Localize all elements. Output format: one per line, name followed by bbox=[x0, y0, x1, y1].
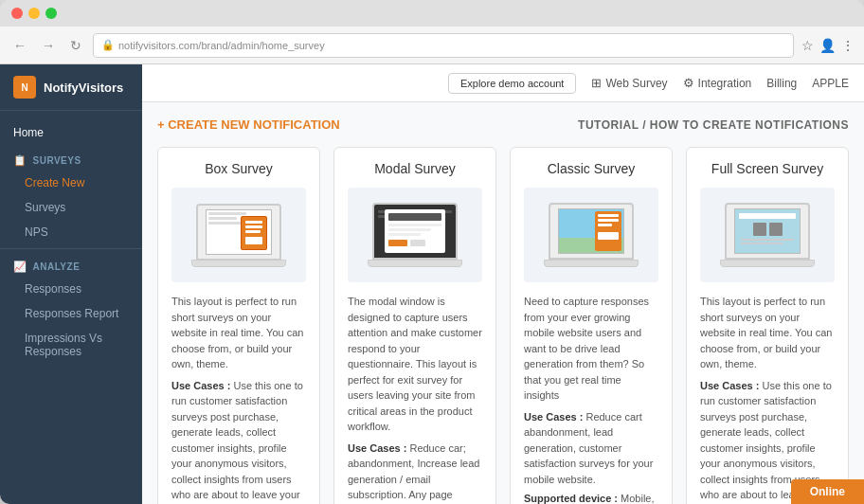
sidebar-item-home[interactable]: Home bbox=[0, 118, 142, 147]
use-cases-label-classic: Use Cases : bbox=[524, 411, 583, 423]
secure-icon: 🔒 bbox=[101, 39, 115, 51]
surveys-section-label: SURVEYS bbox=[33, 155, 81, 166]
surveys-label: Surveys bbox=[25, 201, 65, 214]
content-header: + CREATE NEW NOTIFICATION TUTORIAL / HOW… bbox=[157, 117, 849, 132]
survey-box bbox=[241, 216, 267, 250]
box-survey-card[interactable]: Box Survey bbox=[157, 147, 320, 504]
modal-survey-desc: The modal window is designed to capture … bbox=[348, 294, 482, 435]
use-cases-label: Use Cases : bbox=[171, 380, 230, 391]
sidebar-item-surveys[interactable]: Surveys bbox=[0, 195, 142, 220]
app-layout: N NotifyVisitors Home 📋 SURVEYS Create N… bbox=[0, 64, 864, 504]
sidebar-item-create-new[interactable]: Create New bbox=[0, 171, 142, 195]
address-bar[interactable]: 🔒 notifyvisitors.com/brand/admin/home_su… bbox=[93, 33, 794, 58]
modal-survey-image bbox=[348, 188, 482, 282]
full-screen-survey-desc: This layout is perfect to run short surv… bbox=[700, 294, 835, 372]
top-nav: Explore demo account ⊞ Web Survey ⚙ Inte… bbox=[142, 64, 864, 102]
full-screen-survey-title: Full Screen Survey bbox=[700, 161, 835, 176]
maximize-button[interactable] bbox=[45, 8, 57, 19]
sidebar-item-nps[interactable]: NPS bbox=[0, 220, 142, 244]
sidebar: N NotifyVisitors Home 📋 SURVEYS Create N… bbox=[0, 64, 142, 504]
use-cases-label-fullscreen: Use Cases : bbox=[700, 380, 759, 391]
gear-icon: ⚙ bbox=[683, 76, 694, 90]
survey-cards-grid: Box Survey bbox=[157, 147, 849, 504]
user-label: APPLE bbox=[812, 77, 849, 90]
logo-text: NotifyVisitors bbox=[44, 81, 123, 95]
classic-survey-supported: Supported device : Mobile, Tablet bbox=[524, 493, 658, 504]
box-survey-desc: This layout is perfect to run short surv… bbox=[171, 294, 306, 372]
laptop-body bbox=[196, 204, 281, 261]
classic-survey-image bbox=[524, 188, 658, 282]
minimize-button[interactable] bbox=[28, 8, 40, 19]
grid-icon: ⊞ bbox=[591, 76, 602, 90]
page-content: + CREATE NEW NOTIFICATION TUTORIAL / HOW… bbox=[142, 102, 864, 504]
analyze-section-label: ANALYZE bbox=[33, 261, 81, 272]
refresh-button[interactable]: ↻ bbox=[66, 36, 85, 55]
main-content: Explore demo account ⊞ Web Survey ⚙ Inte… bbox=[142, 64, 864, 504]
sidebar-item-impressions[interactable]: Impressions Vs Responses bbox=[0, 326, 142, 364]
app-window: ← → ↻ 🔒 notifyvisitors.com/brand/admin/h… bbox=[0, 0, 864, 504]
bookmark-icon[interactable]: ☆ bbox=[801, 38, 814, 53]
logo-icon: N bbox=[13, 76, 36, 99]
online-badge: Online bbox=[791, 479, 864, 504]
sidebar-section-analyze[interactable]: 📈 ANALYZE bbox=[0, 253, 142, 277]
box-survey-title: Box Survey bbox=[171, 161, 306, 176]
integration-label: Integration bbox=[698, 77, 752, 90]
web-survey-link[interactable]: ⊞ Web Survey bbox=[591, 76, 667, 90]
url-text: notifyvisitors.com/brand/admin/home_surv… bbox=[118, 40, 325, 51]
classic-survey-card[interactable]: Classic Survey bbox=[510, 147, 673, 504]
home-label: Home bbox=[13, 126, 44, 139]
modal-survey-card[interactable]: Modal Survey bbox=[333, 147, 496, 504]
classic-survey-title: Classic Survey bbox=[524, 161, 658, 176]
analyze-icon: 📈 bbox=[13, 261, 27, 273]
box-survey-use-cases: Use Cases : Use this one to run customer… bbox=[171, 378, 306, 505]
web-survey-label: Web Survey bbox=[605, 77, 667, 90]
logo: N NotifyVisitors bbox=[0, 64, 142, 111]
supported-label-classic: Supported device : bbox=[524, 493, 618, 504]
laptop-base bbox=[191, 260, 286, 267]
tutorial-link[interactable]: TUTORIAL / HOW TO CREATE NOTIFICATIONS bbox=[578, 118, 849, 132]
full-screen-survey-image bbox=[700, 188, 835, 282]
user-link[interactable]: APPLE bbox=[812, 77, 849, 90]
responses-report-label: Responses Report bbox=[25, 307, 118, 320]
sidebar-nav: Home 📋 SURVEYS Create New Surveys NPS 📈 bbox=[0, 111, 142, 364]
create-new-label: Create New bbox=[25, 176, 84, 189]
use-cases-label-modal: Use Cases : bbox=[348, 442, 406, 454]
impressions-label: Impressions Vs Responses bbox=[25, 332, 102, 358]
forward-button[interactable]: → bbox=[38, 36, 59, 55]
create-new-notification-button[interactable]: + CREATE NEW NOTIFICATION bbox=[157, 117, 340, 132]
browser-actions: ☆ 👤 ⋮ bbox=[801, 38, 855, 53]
laptop-screen bbox=[206, 209, 272, 255]
surveys-icon: 📋 bbox=[13, 154, 27, 167]
sidebar-divider bbox=[0, 248, 142, 249]
responses-label: Responses bbox=[25, 282, 81, 296]
classic-survey-use-cases: Use Cases : Reduce cart abandonment, lea… bbox=[524, 409, 658, 488]
close-button[interactable] bbox=[11, 8, 23, 19]
integration-link[interactable]: ⚙ Integration bbox=[683, 76, 752, 90]
billing-link[interactable]: Billing bbox=[766, 77, 797, 90]
sidebar-item-responses-report[interactable]: Responses Report bbox=[0, 301, 142, 326]
sidebar-item-responses[interactable]: Responses bbox=[0, 277, 142, 301]
browser-bar: ← → ↻ 🔒 notifyvisitors.com/brand/admin/h… bbox=[0, 27, 864, 64]
explore-demo-button[interactable]: Explore demo account bbox=[448, 73, 576, 94]
profile-icon[interactable]: 👤 bbox=[819, 38, 836, 53]
billing-label: Billing bbox=[766, 77, 797, 90]
title-bar bbox=[0, 0, 864, 27]
menu-icon[interactable]: ⋮ bbox=[841, 38, 855, 53]
modal-survey-use-cases: Use Cases : Reduce car; abandonment, Inc… bbox=[348, 441, 482, 505]
box-survey-image bbox=[171, 188, 306, 282]
classic-survey-desc: Need to capture responses from your ever… bbox=[524, 294, 658, 404]
back-button[interactable]: ← bbox=[9, 36, 30, 55]
modal-survey-title: Modal Survey bbox=[348, 161, 482, 176]
full-screen-survey-card[interactable]: Full Screen Survey bbox=[686, 147, 849, 504]
sidebar-section-surveys[interactable]: 📋 SURVEYS bbox=[0, 147, 142, 171]
nps-label: NPS bbox=[25, 225, 48, 239]
traffic-lights bbox=[11, 8, 57, 19]
